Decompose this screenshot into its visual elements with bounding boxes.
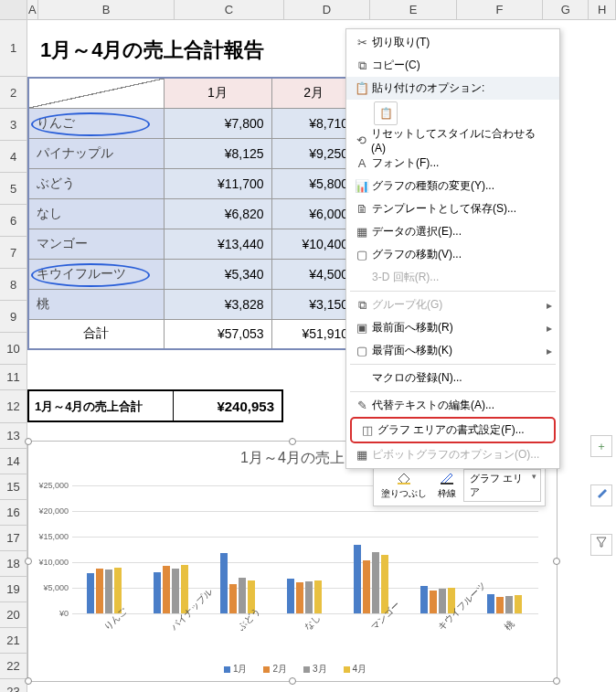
- value-cell[interactable]: ¥4,500: [271, 259, 356, 289]
- col-header-C[interactable]: C: [175, 0, 283, 19]
- menu-copy[interactable]: ⧉コピー(C): [346, 54, 559, 77]
- menu-save-template[interactable]: 🗎テンプレートとして保存(S)...: [346, 197, 559, 220]
- resize-handle[interactable]: [289, 677, 296, 685]
- row-header-3[interactable]: 3: [0, 109, 27, 141]
- chart-filter-button[interactable]: [590, 534, 612, 556]
- bar[interactable]: [305, 581, 313, 613]
- resize-handle[interactable]: [553, 558, 560, 565]
- legend-item[interactable]: 4月: [338, 664, 367, 674]
- row-header-18[interactable]: 18: [0, 551, 27, 577]
- bar[interactable]: [439, 589, 446, 613]
- chart-elements-button[interactable]: ＋: [590, 435, 612, 457]
- col-header-E[interactable]: E: [370, 0, 457, 19]
- row-header-7[interactable]: 7: [0, 237, 27, 269]
- bar[interactable]: [354, 545, 361, 613]
- bar[interactable]: [515, 595, 522, 613]
- fruit-cell[interactable]: パイナップル: [28, 138, 164, 168]
- bar[interactable]: [296, 582, 303, 613]
- bar[interactable]: [239, 578, 246, 613]
- bar-group[interactable]: [87, 568, 122, 613]
- sales-table[interactable]: 1月 2月 りんご¥7,800¥8,710パイナップル¥8,125¥9,250ぶ…: [27, 77, 357, 350]
- bar[interactable]: [287, 579, 294, 613]
- menu-send-back[interactable]: ▢最背面へ移動(K): [346, 339, 559, 362]
- bar[interactable]: [314, 580, 322, 613]
- resize-handle[interactable]: [289, 438, 296, 445]
- bar[interactable]: [505, 596, 513, 613]
- table-row[interactable]: 桃¥3,828¥3,150: [28, 289, 356, 319]
- value-cell[interactable]: ¥11,700: [164, 168, 271, 198]
- col-header-A[interactable]: A: [27, 0, 38, 19]
- row-header-4[interactable]: 4: [0, 141, 27, 173]
- row-header-17[interactable]: 17: [0, 526, 27, 551]
- menu-font[interactable]: Aフォント(F)...: [346, 152, 559, 175]
- bar[interactable]: [363, 560, 370, 613]
- table-row[interactable]: パイナップル¥8,125¥9,250: [28, 138, 356, 168]
- row-header-6[interactable]: 6: [0, 205, 27, 237]
- row-header-2[interactable]: 2: [0, 77, 27, 109]
- bar-group[interactable]: [220, 553, 255, 613]
- bar-group[interactable]: [487, 594, 522, 613]
- resize-handle[interactable]: [25, 558, 32, 565]
- bar[interactable]: [229, 584, 237, 613]
- row-header-15[interactable]: 15: [0, 474, 27, 500]
- bar-group[interactable]: [154, 565, 188, 613]
- table-row[interactable]: りんご¥7,800¥8,710: [28, 108, 356, 138]
- bar[interactable]: [105, 570, 112, 613]
- resize-handle[interactable]: [553, 677, 560, 685]
- value-cell[interactable]: ¥13,440: [164, 229, 271, 259]
- col-header-G[interactable]: G: [543, 0, 589, 19]
- row-header-20[interactable]: 20: [0, 602, 27, 628]
- value-cell[interactable]: ¥10,400: [271, 229, 356, 259]
- row-header-14[interactable]: 14: [0, 449, 27, 474]
- row-header-13[interactable]: 13: [0, 423, 27, 449]
- value-cell[interactable]: ¥3,150: [271, 289, 356, 319]
- row-header-19[interactable]: 19: [0, 577, 27, 602]
- row-header-21[interactable]: 21: [0, 628, 27, 654]
- value-cell[interactable]: ¥6,820: [164, 198, 271, 229]
- table-row[interactable]: なし¥6,820¥6,000: [28, 198, 356, 229]
- legend-item[interactable]: 3月: [298, 664, 327, 674]
- bar[interactable]: [487, 594, 494, 613]
- table-row[interactable]: マンゴー¥13,440¥10,400: [28, 229, 356, 259]
- menu-bring-front[interactable]: ▣最前面へ移動(R): [346, 316, 559, 339]
- menu-assign-macro[interactable]: マクロの登録(N)...: [346, 367, 559, 389]
- bar[interactable]: [496, 597, 504, 613]
- select-all-corner[interactable]: [0, 0, 27, 19]
- chart-mini-toolbar[interactable]: 塗りつぶし 枠線 グラフ エリア: [373, 464, 546, 506]
- bar[interactable]: [87, 573, 94, 613]
- legend-item[interactable]: 1月: [218, 664, 248, 674]
- value-cell[interactable]: ¥5,800: [271, 168, 356, 198]
- row-header-1[interactable]: 1: [0, 20, 27, 77]
- legend-item[interactable]: 2月: [258, 664, 287, 674]
- value-cell[interactable]: ¥9,250: [271, 138, 356, 168]
- value-cell[interactable]: ¥8,125: [164, 138, 271, 168]
- row-header-10[interactable]: 10: [0, 333, 27, 365]
- chart-legend[interactable]: 1月2月3月4月: [28, 663, 557, 676]
- col-header-D[interactable]: D: [284, 0, 371, 19]
- bar[interactable]: [154, 572, 161, 614]
- bar[interactable]: [163, 566, 170, 613]
- value-cell[interactable]: ¥3,828: [164, 289, 271, 319]
- value-cell[interactable]: ¥7,800: [164, 108, 271, 138]
- row-header-22[interactable]: 22: [0, 654, 27, 679]
- col-header-H[interactable]: H: [589, 0, 616, 19]
- bar-group[interactable]: [354, 545, 388, 613]
- bar[interactable]: [420, 586, 428, 613]
- row-header-12[interactable]: 12: [0, 390, 27, 423]
- value-cell[interactable]: ¥5,340: [164, 259, 271, 289]
- value-cell[interactable]: ¥8,710: [271, 108, 356, 138]
- chart-styles-button[interactable]: [590, 484, 612, 506]
- menu-cut[interactable]: ✂切り取り(T): [346, 31, 559, 54]
- col-header-F[interactable]: F: [457, 0, 544, 19]
- row-header-8[interactable]: 8: [0, 269, 27, 301]
- fill-button[interactable]: 塗りつぶし: [377, 469, 430, 502]
- bar[interactable]: [172, 569, 179, 613]
- menu-format-chart-area[interactable]: ◫グラフ エリアの書式設定(F)...: [352, 419, 554, 442]
- resize-handle[interactable]: [25, 438, 32, 445]
- fruit-cell[interactable]: なし: [28, 198, 164, 229]
- table-row[interactable]: ぶどう¥11,700¥5,800: [28, 168, 356, 198]
- bar[interactable]: [430, 591, 437, 613]
- outline-button[interactable]: 枠線: [434, 469, 460, 502]
- bar[interactable]: [220, 553, 228, 613]
- fruit-cell[interactable]: マンゴー: [28, 229, 164, 259]
